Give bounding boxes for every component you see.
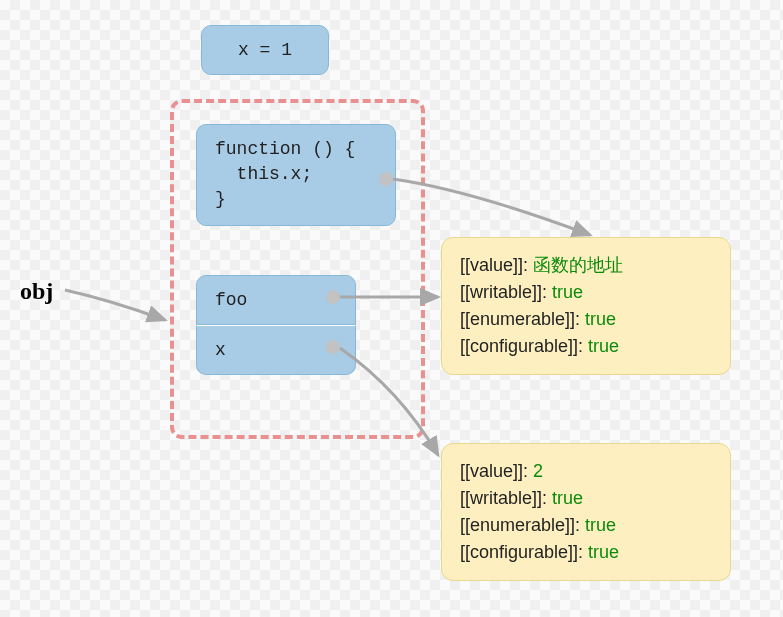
descriptor-x-enumerable-val: true	[585, 515, 616, 535]
assignment-text: x = 1	[238, 40, 292, 60]
descriptor-foo-configurable-row: [[configurable]]: true	[460, 333, 712, 360]
descriptor-foo-panel: [[value]]: 函数的地址 [[writable]]: true [[en…	[441, 237, 731, 375]
descriptor-x-value-val: 2	[533, 461, 543, 481]
descriptor-foo-writable-row: [[writable]]: true	[460, 279, 712, 306]
x-connector-dot	[326, 340, 340, 354]
descriptor-x-configurable-key: [[configurable]]:	[460, 542, 583, 562]
descriptor-foo-enumerable-key: [[enumerable]]:	[460, 309, 580, 329]
descriptor-foo-value-val: 函数的地址	[533, 255, 623, 275]
descriptor-foo-enumerable-row: [[enumerable]]: true	[460, 306, 712, 333]
foo-connector-dot	[326, 290, 340, 304]
descriptor-foo-writable-val: true	[552, 282, 583, 302]
property-x-text: x	[215, 340, 226, 360]
descriptor-x-enumerable-key: [[enumerable]]:	[460, 515, 580, 535]
descriptor-foo-writable-key: [[writable]]:	[460, 282, 547, 302]
descriptor-x-writable-row: [[writable]]: true	[460, 485, 712, 512]
function-box: function () { this.x; }	[196, 124, 396, 226]
descriptor-x-enumerable-row: [[enumerable]]: true	[460, 512, 712, 539]
assignment-box: x = 1	[201, 25, 329, 75]
descriptor-foo-configurable-val: true	[588, 336, 619, 356]
arrow-obj-to-container	[65, 290, 165, 320]
descriptor-x-configurable-val: true	[588, 542, 619, 562]
descriptor-x-writable-val: true	[552, 488, 583, 508]
descriptor-foo-value-row: [[value]]: 函数的地址	[460, 252, 712, 279]
descriptor-x-value-key: [[value]]:	[460, 461, 528, 481]
function-code: function () { this.x; }	[215, 139, 355, 209]
obj-label-text: obj	[20, 278, 53, 304]
function-connector-dot	[379, 172, 393, 186]
descriptor-x-configurable-row: [[configurable]]: true	[460, 539, 712, 566]
descriptor-foo-enumerable-val: true	[585, 309, 616, 329]
property-foo-text: foo	[215, 290, 247, 310]
descriptor-x-value-row: [[value]]: 2	[460, 458, 712, 485]
obj-label: obj	[20, 278, 53, 305]
descriptor-x-writable-key: [[writable]]:	[460, 488, 547, 508]
descriptor-foo-value-key: [[value]]:	[460, 255, 528, 275]
descriptor-foo-configurable-key: [[configurable]]:	[460, 336, 583, 356]
descriptor-x-panel: [[value]]: 2 [[writable]]: true [[enumer…	[441, 443, 731, 581]
